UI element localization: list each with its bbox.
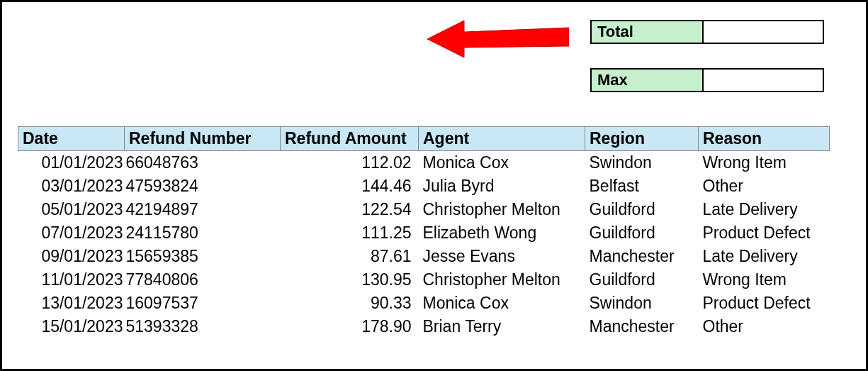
cell-date[interactable]: 09/01/2023 [18, 245, 125, 268]
cell-agent[interactable]: Elizabeth Wong [419, 221, 585, 245]
cell-agent[interactable]: Christopher Melton [419, 198, 585, 221]
table-row: 09/01/2023 15659385 87.61 Jesse Evans Ma… [18, 245, 830, 268]
cell-date[interactable]: 05/01/2023 [18, 198, 125, 221]
cell-refund-number[interactable]: 42194897 [125, 198, 281, 221]
cell-region[interactable]: Guildford [585, 268, 699, 292]
cell-refund-amount[interactable]: 122.54 [281, 198, 419, 221]
cell-refund-amount[interactable]: 130.95 [281, 268, 419, 292]
cell-date[interactable]: 15/01/2023 [18, 315, 125, 338]
total-summary: Total [590, 20, 824, 44]
header-reason[interactable]: Reason [699, 127, 830, 151]
cell-agent[interactable]: Monica Cox [419, 151, 585, 175]
table-row: 01/01/2023 66048763 112.02 Monica Cox Sw… [18, 151, 830, 175]
max-value-cell[interactable] [704, 68, 824, 92]
cell-agent[interactable]: Monica Cox [419, 292, 585, 315]
header-date[interactable]: Date [18, 127, 125, 151]
cell-refund-amount[interactable]: 178.90 [281, 315, 419, 338]
cell-region[interactable]: Guildford [585, 198, 699, 221]
table-row: 07/01/2023 24115780 111.25 Elizabeth Won… [18, 221, 830, 245]
total-value-cell[interactable] [704, 20, 824, 44]
cell-date[interactable]: 11/01/2023 [18, 268, 125, 292]
cell-region[interactable]: Swindon [585, 151, 699, 175]
cell-agent[interactable]: Jesse Evans [419, 245, 585, 268]
max-summary: Max [590, 68, 824, 92]
table-header-row: Date Refund Number Refund Amount Agent R… [18, 127, 830, 151]
cell-reason[interactable]: Late Delivery [699, 198, 830, 221]
cell-refund-number[interactable]: 66048763 [125, 151, 281, 175]
header-refund-amount[interactable]: Refund Amount [281, 127, 419, 151]
cell-region[interactable]: Belfast [585, 175, 699, 198]
cell-agent[interactable]: Christopher Melton [419, 268, 585, 292]
cell-reason[interactable]: Other [699, 175, 830, 198]
total-label: Total [590, 20, 704, 44]
cell-refund-amount[interactable]: 144.46 [281, 175, 419, 198]
header-region[interactable]: Region [585, 127, 699, 151]
cell-reason[interactable]: Product Defect [699, 292, 830, 315]
table-row: 11/01/2023 77840806 130.95 Christopher M… [18, 268, 830, 292]
cell-refund-amount[interactable]: 87.61 [281, 245, 419, 268]
cell-region[interactable]: Manchester [585, 315, 699, 338]
refund-table: Date Refund Number Refund Amount Agent R… [18, 126, 830, 338]
cell-date[interactable]: 13/01/2023 [18, 292, 125, 315]
table-row: 13/01/2023 16097537 90.33 Monica Cox Swi… [18, 292, 830, 315]
header-refund-number[interactable]: Refund Number [125, 127, 281, 151]
cell-refund-amount[interactable]: 112.02 [281, 151, 419, 175]
cell-refund-number[interactable]: 16097537 [125, 292, 281, 315]
table-row: 05/01/2023 42194897 122.54 Christopher M… [18, 198, 830, 221]
cell-refund-number[interactable]: 51393328 [125, 315, 281, 338]
cell-region[interactable]: Manchester [585, 245, 699, 268]
cell-refund-number[interactable]: 77840806 [125, 268, 281, 292]
cell-refund-amount[interactable]: 90.33 [281, 292, 419, 315]
cell-refund-amount[interactable]: 111.25 [281, 221, 419, 245]
cell-refund-number[interactable]: 47593824 [125, 175, 281, 198]
table-row: 03/01/2023 47593824 144.46 Julia Byrd Be… [18, 175, 830, 198]
cell-agent[interactable]: Julia Byrd [419, 175, 585, 198]
cell-date[interactable]: 01/01/2023 [18, 151, 125, 175]
arrow-icon [427, 18, 569, 60]
cell-reason[interactable]: Wrong Item [699, 268, 830, 292]
cell-date[interactable]: 07/01/2023 [18, 221, 125, 245]
spreadsheet-frame: Total Max Date Refund Number Refund Amou… [0, 0, 868, 371]
cell-reason[interactable]: Wrong Item [699, 151, 830, 175]
cell-agent[interactable]: Brian Terry [419, 315, 585, 338]
max-label: Max [590, 68, 704, 92]
cell-reason[interactable]: Product Defect [699, 221, 830, 245]
cell-region[interactable]: Guildford [585, 221, 699, 245]
svg-marker-0 [427, 21, 569, 57]
cell-region[interactable]: Swindon [585, 292, 699, 315]
cell-date[interactable]: 03/01/2023 [18, 175, 125, 198]
header-agent[interactable]: Agent [419, 127, 585, 151]
cell-refund-number[interactable]: 15659385 [125, 245, 281, 268]
table-row: 15/01/2023 51393328 178.90 Brian Terry M… [18, 315, 830, 338]
cell-refund-number[interactable]: 24115780 [125, 221, 281, 245]
cell-reason[interactable]: Other [699, 315, 830, 338]
cell-reason[interactable]: Late Delivery [699, 245, 830, 268]
table-body: 01/01/2023 66048763 112.02 Monica Cox Sw… [18, 151, 830, 339]
